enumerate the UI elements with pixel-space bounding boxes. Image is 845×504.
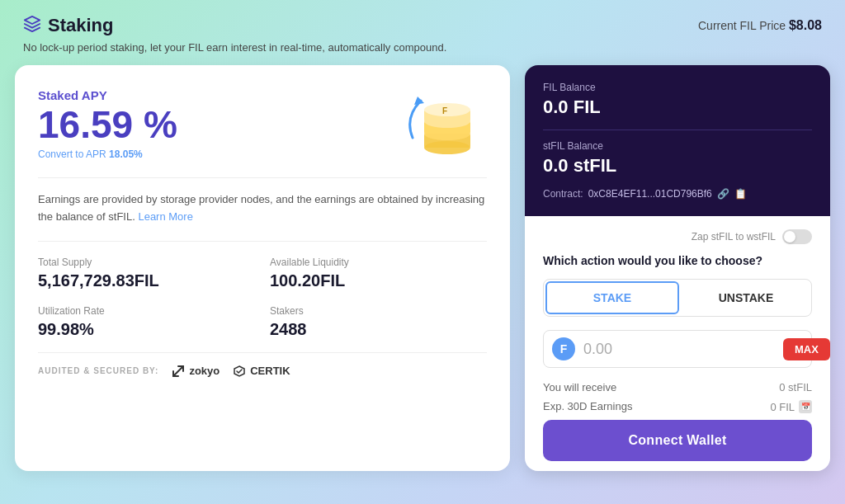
stat-utilization-rate-label: Utilization Rate	[38, 305, 255, 317]
fil-price-section: Current FIL Price $8.08	[698, 18, 822, 33]
fil-balance-value: 0.0 FIL	[543, 97, 812, 118]
svg-marker-0	[25, 16, 40, 24]
zap-label: Zap stFIL to wstFIL	[692, 231, 776, 243]
stfil-balance-section: stFIL Balance 0.0 stFIL	[543, 140, 812, 177]
stat-utilization-rate-value: 99.98%	[38, 320, 255, 339]
fil-token-icon: F	[552, 337, 575, 360]
apy-illustration: F	[388, 88, 487, 163]
fil-price-value: $8.08	[789, 18, 822, 32]
receive-value: 0 stFIL	[779, 381, 812, 393]
link-icon[interactable]: 🔗	[717, 188, 729, 200]
apy-label: Staked APY	[38, 88, 177, 102]
learn-more-link[interactable]: Learn More	[138, 210, 192, 223]
earnings-description: Earnings are provided by storage provide…	[38, 177, 487, 226]
audit-section: AUDITED & SECURED BY: zokyo CERTIK	[38, 352, 487, 378]
earnings-row: Exp. 30D Earnings 0 FIL 📅	[543, 400, 812, 413]
receive-label: You will receive	[543, 381, 616, 393]
max-button[interactable]: MAX	[783, 338, 830, 360]
balance-divider	[543, 130, 812, 130]
stfil-balance-label: stFIL Balance	[543, 140, 812, 152]
stat-available-liquidity: Available Liquidity 100.20FIL	[270, 257, 487, 290]
contract-row: Contract: 0xC8E4EF11...01CD796Bf6 🔗 📋	[543, 188, 812, 200]
copy-icon[interactable]: 📋	[734, 188, 747, 200]
page-subtitle: No lock-up period staking, let your FIL …	[0, 41, 845, 65]
svg-marker-9	[414, 97, 424, 105]
zap-row: Zap stFIL to wstFIL	[543, 229, 812, 244]
left-card: Staked APY 16.59 % Convert to APR 18.05%	[15, 65, 510, 471]
stat-stakers: Stakers 2488	[270, 305, 487, 339]
stat-available-liquidity-value: 100.20FIL	[270, 271, 487, 290]
apr-convert: Convert to APR 18.05%	[38, 148, 177, 160]
stat-stakers-value: 2488	[270, 320, 487, 339]
fil-balance-label: FIL Balance	[543, 82, 812, 93]
amount-input[interactable]	[583, 341, 775, 358]
svg-text:F: F	[442, 106, 447, 115]
connect-wallet-button[interactable]: Connect Wallet	[543, 420, 812, 461]
stat-total-supply-value: 5,167,729.83FIL	[38, 271, 255, 290]
stfil-balance-value: 0.0 stFIL	[543, 155, 812, 177]
action-tabs: STAKE UNSTAKE	[543, 279, 812, 317]
amount-input-row: F MAX	[543, 330, 812, 368]
audit-label: AUDITED & SECURED BY:	[38, 366, 158, 375]
audit-logos: zokyo CERTIK	[172, 365, 290, 378]
contract-address: 0xC8E4EF11...01CD796Bf6	[588, 188, 712, 200]
stat-available-liquidity-label: Available Liquidity	[270, 257, 487, 268]
header: Staking Current FIL Price $8.08	[0, 0, 845, 41]
apr-label: Convert to APR	[38, 148, 106, 160]
stat-total-supply-label: Total Supply	[38, 257, 255, 268]
stat-total-supply: Total Supply 5,167,729.83FIL	[38, 257, 255, 290]
action-question: Which action would you like to choose?	[543, 254, 812, 267]
calendar-icon: 📅	[799, 400, 812, 413]
stake-tab[interactable]: STAKE	[545, 281, 679, 314]
unstake-tab[interactable]: UNSTAKE	[681, 280, 811, 316]
receive-row: You will receive 0 stFIL	[543, 381, 812, 393]
apy-value: 16.59 %	[38, 106, 177, 144]
apr-value: 18.05%	[109, 148, 143, 160]
page-title: Staking	[48, 15, 113, 36]
fil-balance-section: FIL Balance 0.0 FIL	[543, 82, 812, 118]
main-content: Staked APY 16.59 % Convert to APR 18.05%	[0, 65, 845, 486]
stats-grid: Total Supply 5,167,729.83FIL Available L…	[38, 241, 487, 339]
fil-price-label: Current FIL Price	[698, 19, 786, 32]
certik-logo: CERTIK	[233, 365, 290, 378]
earnings-value: 0 FIL 📅	[770, 400, 812, 413]
right-top-panel: FIL Balance 0.0 FIL stFIL Balance 0.0 st…	[525, 65, 830, 216]
right-bottom-panel: Zap stFIL to wstFIL Which action would y…	[525, 216, 830, 471]
header-left: Staking	[23, 15, 113, 36]
apy-section: Staked APY 16.59 % Convert to APR 18.05%	[38, 88, 487, 163]
contract-label: Contract:	[543, 188, 583, 200]
zokyo-logo: zokyo	[172, 365, 220, 378]
zap-toggle[interactable]	[782, 229, 812, 244]
stat-stakers-label: Stakers	[270, 305, 487, 317]
layers-icon	[23, 15, 41, 36]
apy-left: Staked APY 16.59 % Convert to APR 18.05%	[38, 88, 177, 160]
stat-utilization-rate: Utilization Rate 99.98%	[38, 305, 255, 339]
right-card: FIL Balance 0.0 FIL stFIL Balance 0.0 st…	[525, 65, 830, 471]
earnings-label: Exp. 30D Earnings	[543, 400, 632, 413]
